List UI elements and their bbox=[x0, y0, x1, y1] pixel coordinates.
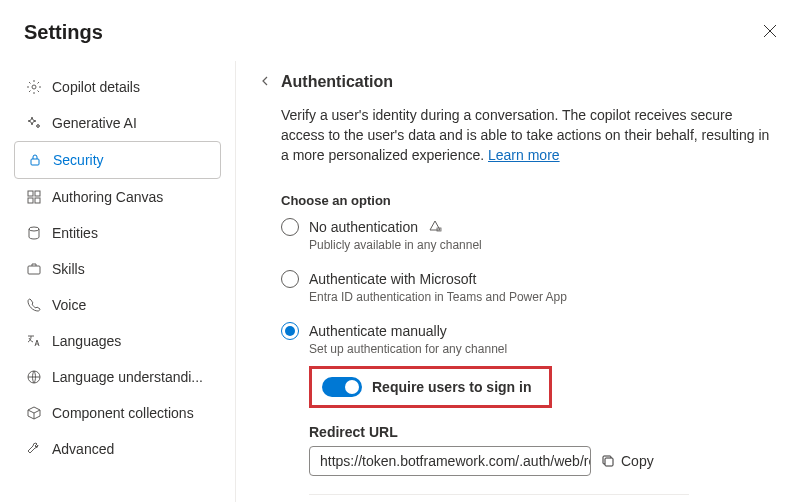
require-signin-label: Require users to sign in bbox=[372, 379, 531, 395]
svg-rect-1 bbox=[31, 159, 39, 165]
sidebar-item-label: Authoring Canvas bbox=[52, 189, 163, 205]
sidebar-item-label: Component collections bbox=[52, 405, 194, 421]
sidebar-item-label: Copilot details bbox=[52, 79, 140, 95]
content-panel: Authentication Verify a user's identity … bbox=[235, 61, 805, 502]
sidebar-item-label: Voice bbox=[52, 297, 86, 313]
sidebar-item-skills[interactable]: Skills bbox=[14, 251, 221, 287]
option-label: Authenticate manually bbox=[309, 323, 447, 339]
sidebar-item-component-collections[interactable]: Component collections bbox=[14, 395, 221, 431]
sidebar-item-label: Generative AI bbox=[52, 115, 137, 131]
translate-icon bbox=[26, 333, 42, 349]
section-title: Authentication bbox=[281, 73, 393, 91]
vertical-divider bbox=[235, 61, 236, 502]
divider bbox=[309, 494, 689, 495]
svg-rect-10 bbox=[605, 458, 613, 466]
sidebar-item-label: Security bbox=[53, 152, 104, 168]
require-signin-toggle[interactable] bbox=[322, 377, 362, 397]
sidebar-item-copilot-details[interactable]: Copilot details bbox=[14, 69, 221, 105]
svg-rect-3 bbox=[35, 191, 40, 196]
sidebar-item-language-understanding[interactable]: Language understandi... bbox=[14, 359, 221, 395]
redirect-url-input[interactable]: https://token.botframework.com/.auth/web… bbox=[309, 446, 591, 476]
close-icon bbox=[763, 24, 777, 38]
choose-option-label: Choose an option bbox=[259, 193, 777, 208]
sidebar-item-label: Skills bbox=[52, 261, 85, 277]
sidebar-item-authoring-canvas[interactable]: Authoring Canvas bbox=[14, 179, 221, 215]
redirect-url-section: Redirect URL https://token.botframework.… bbox=[309, 424, 777, 476]
box-icon bbox=[26, 405, 42, 421]
main-layout: Copilot details Generative AI Security A… bbox=[0, 61, 805, 502]
database-icon bbox=[26, 225, 42, 241]
radio-no-auth[interactable] bbox=[281, 218, 299, 236]
sidebar-item-voice[interactable]: Voice bbox=[14, 287, 221, 323]
sidebar-item-security[interactable]: Security bbox=[14, 141, 221, 179]
option-microsoft: Authenticate with Microsoft Entra ID aut… bbox=[281, 270, 777, 304]
settings-header: Settings bbox=[0, 0, 805, 61]
settings-sidebar: Copilot details Generative AI Security A… bbox=[0, 61, 235, 502]
close-button[interactable] bbox=[759, 20, 781, 45]
radio-microsoft[interactable] bbox=[281, 270, 299, 288]
option-sublabel: Entra ID authentication in Teams and Pow… bbox=[309, 290, 777, 304]
back-button[interactable] bbox=[259, 74, 271, 90]
section-description: Verify a user's identity during a conver… bbox=[259, 105, 777, 165]
sidebar-item-label: Languages bbox=[52, 333, 121, 349]
phone-icon bbox=[26, 297, 42, 313]
svg-rect-5 bbox=[35, 198, 40, 203]
option-sublabel: Set up authentication for any channel bbox=[309, 342, 777, 356]
sidebar-item-generative-ai[interactable]: Generative AI bbox=[14, 105, 221, 141]
lock-icon bbox=[27, 152, 43, 168]
sidebar-item-entities[interactable]: Entities bbox=[14, 215, 221, 251]
wrench-icon bbox=[26, 441, 42, 457]
option-label: No authentication bbox=[309, 219, 418, 235]
sidebar-item-advanced[interactable]: Advanced bbox=[14, 431, 221, 467]
page-title: Settings bbox=[24, 21, 103, 44]
copy-label: Copy bbox=[621, 453, 654, 469]
radio-manual[interactable] bbox=[281, 322, 299, 340]
svg-rect-7 bbox=[28, 266, 40, 274]
auth-options: No authentication Publicly available in … bbox=[259, 218, 777, 502]
globe-icon bbox=[26, 369, 42, 385]
section-header: Authentication bbox=[259, 73, 777, 91]
sparkle-icon bbox=[26, 115, 42, 131]
gear-icon bbox=[26, 79, 42, 95]
svg-rect-4 bbox=[28, 198, 33, 203]
option-sublabel: Publicly available in any channel bbox=[309, 238, 777, 252]
copy-button[interactable]: Copy bbox=[601, 453, 654, 469]
option-label: Authenticate with Microsoft bbox=[309, 271, 476, 287]
briefcase-icon bbox=[26, 261, 42, 277]
option-no-auth: No authentication Publicly available in … bbox=[281, 218, 777, 252]
sidebar-item-label: Language understandi... bbox=[52, 369, 203, 385]
grid-icon bbox=[26, 189, 42, 205]
sidebar-item-languages[interactable]: Languages bbox=[14, 323, 221, 359]
chevron-left-icon bbox=[259, 75, 271, 87]
redirect-url-label: Redirect URL bbox=[309, 424, 777, 440]
sidebar-item-label: Entities bbox=[52, 225, 98, 241]
svg-point-6 bbox=[29, 227, 39, 231]
copy-icon bbox=[601, 454, 615, 468]
warning-icon bbox=[428, 219, 442, 236]
option-manual: Authenticate manually Set up authenticat… bbox=[281, 322, 777, 502]
sidebar-item-label: Advanced bbox=[52, 441, 114, 457]
svg-point-0 bbox=[32, 85, 36, 89]
learn-more-link[interactable]: Learn more bbox=[488, 147, 560, 163]
svg-rect-2 bbox=[28, 191, 33, 196]
require-signin-highlight: Require users to sign in bbox=[309, 366, 552, 408]
